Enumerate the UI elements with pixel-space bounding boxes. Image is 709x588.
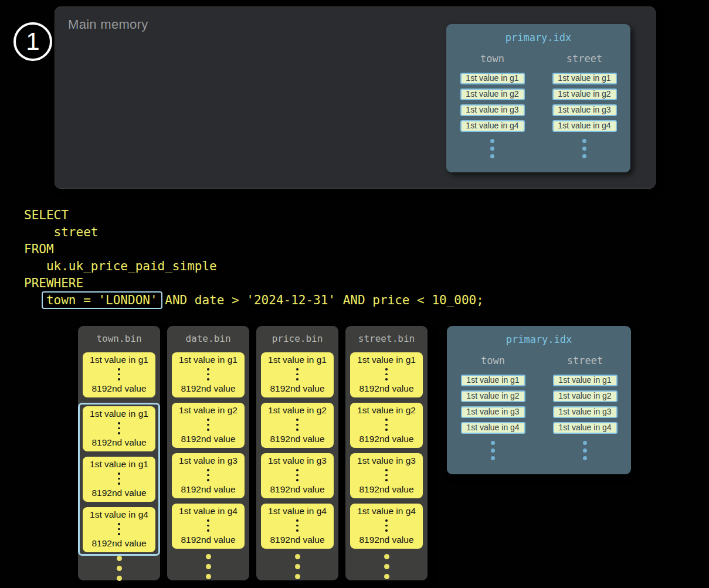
- ellipsis-dots: [207, 419, 209, 431]
- sql-query: SELECT streetFROM uk.uk_price_paid_simpl…: [24, 207, 484, 309]
- granule-block: 1st value in g4 8192nd value: [261, 504, 334, 549]
- granule-last-value: 8192nd value: [91, 538, 146, 549]
- dot: [207, 419, 209, 421]
- ellipsis-dots: [207, 368, 209, 380]
- dot: [582, 154, 586, 158]
- sql-line: SELECT: [24, 207, 484, 224]
- dot: [384, 564, 389, 569]
- primary-index-columns: town 1st value in g11st value in g21st v…: [447, 355, 631, 460]
- granule-block: 1st value in g1 8192nd value: [261, 352, 334, 397]
- dot: [207, 519, 209, 522]
- dot: [583, 448, 587, 453]
- granule-last-value: 8192nd value: [270, 535, 324, 545]
- granule-last-value: 8192nd value: [270, 383, 324, 394]
- granule-first-value: 1st value in g4: [357, 506, 416, 516]
- index-entries: 1st value in g11st value in g21st value …: [553, 375, 618, 434]
- index-entry-chip: 1st value in g4: [461, 422, 525, 434]
- ellipsis-dots: [385, 519, 388, 532]
- granule-block: 1st value in g4 8192nd value: [172, 504, 245, 549]
- dot: [385, 419, 388, 421]
- dot: [207, 529, 209, 532]
- dot: [296, 373, 298, 376]
- index-entry-chip: 1st value in g4: [553, 422, 618, 434]
- dot: [385, 368, 388, 371]
- granule-blocks: 1st value in g1 8192nd value 1st value i…: [261, 352, 334, 554]
- granule-last-value: 8192nd value: [181, 535, 235, 545]
- primary-index-box: primary.idx town 1st value in g11st valu…: [447, 326, 631, 474]
- dot: [385, 474, 388, 477]
- ellipsis-dots: [296, 419, 298, 431]
- column-file-title: town.bin: [96, 333, 141, 344]
- dot: [296, 419, 298, 421]
- granule-last-value: 8192nd value: [181, 484, 235, 495]
- index-entry-chip: 1st value in g1: [553, 375, 618, 386]
- dot: [384, 554, 389, 559]
- ellipsis-dots: [384, 554, 389, 579]
- ellipsis-dots: [491, 441, 495, 460]
- column-files-row: town.bin 1st value in g1 8192nd value 1s…: [78, 326, 428, 580]
- selected-granules-outline: 1st value in g1 8192nd value 1st value i…: [78, 403, 160, 556]
- sql-text: street: [24, 225, 98, 239]
- dot: [207, 368, 209, 371]
- dot: [118, 523, 120, 525]
- granule-block: 1st value in g1 8192nd value: [83, 457, 155, 502]
- granule-block: 1st value in g1 8192nd value: [172, 352, 245, 397]
- ellipsis-dots: [117, 556, 122, 581]
- primary-index-box: primary.idx town 1st value in g11st valu…: [446, 24, 630, 172]
- dot: [118, 533, 120, 535]
- sql-text: uk.uk_price_paid_simple: [24, 259, 217, 273]
- disk-section: town.bin 1st value in g1 8192nd value 1s…: [0, 326, 709, 588]
- dot: [385, 373, 388, 376]
- dot: [385, 429, 388, 431]
- main-memory-panel: Main memory primary.idx town 1st value i…: [55, 6, 656, 189]
- granule-last-value: 8192nd value: [270, 484, 324, 495]
- ellipsis-dots: [583, 441, 587, 460]
- index-entries: 1st value in g11st value in g21st value …: [460, 73, 525, 132]
- granule-block: 1st value in g2 8192nd value: [350, 403, 423, 448]
- index-entry-chip: 1st value in g2: [552, 89, 617, 100]
- index-entries: 1st value in g11st value in g21st value …: [461, 375, 525, 434]
- dot: [385, 469, 388, 471]
- dot: [118, 478, 120, 480]
- primary-index-title: primary.idx: [447, 334, 631, 345]
- dot: [582, 139, 586, 143]
- dot: [296, 474, 298, 477]
- dot: [295, 554, 300, 559]
- column-file: street.bin 1st value in g1 8192nd value …: [345, 326, 428, 580]
- predicate-highlight-box: town = 'LONDON': [42, 291, 162, 309]
- dot: [207, 424, 209, 426]
- ellipsis-dots: [295, 554, 300, 579]
- granule-first-value: 1st value in g3: [179, 456, 238, 466]
- ellipsis-dots: [490, 139, 494, 158]
- index-entry-chip: 1st value in g2: [553, 390, 618, 402]
- dot: [583, 441, 587, 445]
- dot: [296, 469, 298, 471]
- granule-first-value: 1st value in g1: [179, 355, 238, 365]
- granule-first-value: 1st value in g1: [90, 409, 148, 419]
- index-entries: 1st value in g11st value in g21st value …: [552, 73, 617, 132]
- column-file: town.bin 1st value in g1 8192nd value 1s…: [78, 326, 160, 580]
- dot: [296, 378, 298, 380]
- ellipsis-dots: [296, 368, 298, 380]
- index-entry-chip: 1st value in g2: [461, 390, 525, 402]
- dot: [490, 147, 494, 151]
- ellipsis-dots: [582, 139, 586, 158]
- dot: [118, 373, 120, 376]
- granule-first-value: 1st value in g4: [90, 509, 148, 520]
- dot: [385, 424, 388, 426]
- dot: [296, 529, 298, 532]
- dot: [206, 564, 211, 569]
- granule-block: 1st value in g3 8192nd value: [350, 453, 423, 498]
- dot: [295, 564, 300, 569]
- sql-line: uk.uk_price_paid_simple: [24, 258, 484, 275]
- granule-first-value: 1st value in g3: [268, 456, 327, 466]
- dot: [491, 456, 495, 460]
- dot: [385, 519, 388, 522]
- dot: [491, 441, 495, 445]
- dot: [207, 479, 209, 481]
- ellipsis-dots: [385, 419, 388, 431]
- dot: [490, 139, 494, 143]
- dot: [296, 519, 298, 522]
- sql-text: FROM: [24, 242, 54, 256]
- sql-line: PREWHERE: [24, 275, 484, 292]
